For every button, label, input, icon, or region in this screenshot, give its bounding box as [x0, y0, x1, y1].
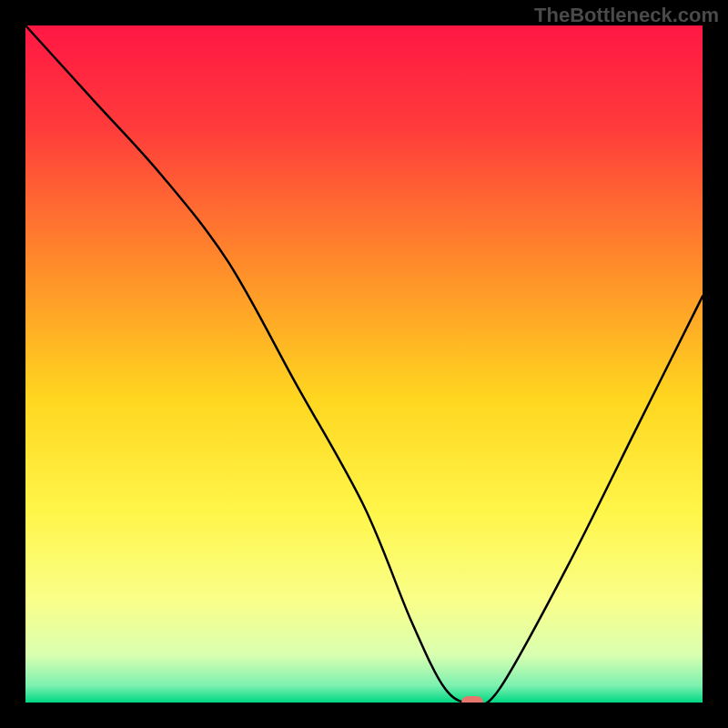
chart-marker [461, 696, 483, 703]
watermark-text: TheBottleneck.com [534, 4, 719, 27]
chart-container: TheBottleneck.com [0, 0, 728, 728]
chart-plot [25, 25, 703, 703]
chart-background [25, 25, 703, 703]
chart-svg [25, 25, 703, 703]
